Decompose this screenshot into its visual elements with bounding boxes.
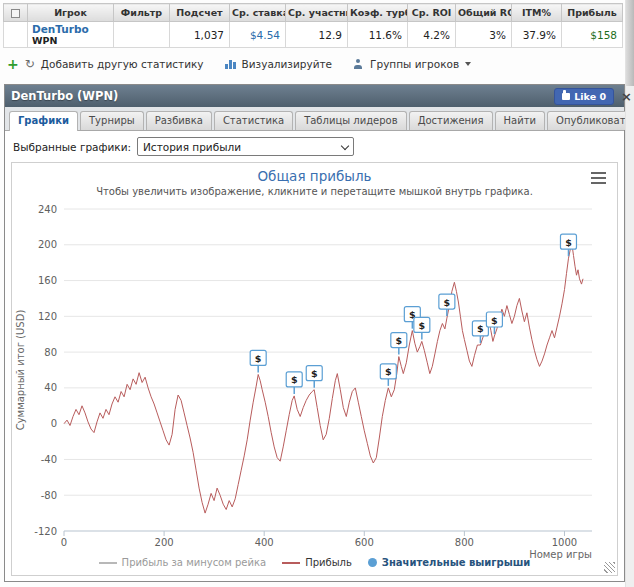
- x-tick-label: 1000: [552, 537, 577, 548]
- tab-2[interactable]: Разбивка: [146, 111, 212, 130]
- profit-cell: $158: [562, 22, 623, 48]
- column-header[interactable]: Подсчет: [170, 4, 230, 22]
- profit-chart[interactable]: -120-80-40040801201602002400200400600800…: [12, 199, 616, 561]
- chart-container: Общая прибыль Чтобы увеличить изображени…: [11, 162, 618, 576]
- player-stats-row[interactable]: DenTurbo WPN 1,037 $4.54 12.9 11.6% 4.2%…: [4, 22, 623, 48]
- win-marker-label: $: [396, 335, 403, 346]
- x-tick-label: 600: [355, 537, 374, 548]
- caret-down-icon: [465, 62, 471, 66]
- red-line-swatch: [282, 562, 300, 564]
- selected-graphs-label: Выбранные графики:: [13, 141, 131, 153]
- win-marker-label: $: [385, 366, 392, 377]
- avg-stake-cell[interactable]: $4.54: [230, 22, 286, 48]
- plus-icon[interactable]: +: [7, 59, 19, 69]
- win-marker-label: $: [419, 320, 426, 331]
- chart-legend: Прибыль за минусом рейка Прибыль Значите…: [12, 557, 617, 568]
- tab-7[interactable]: Опубликовать: [547, 111, 634, 130]
- visualize-button[interactable]: Визуализируйте: [242, 58, 332, 70]
- tab-0[interactable]: Графики: [9, 111, 78, 131]
- win-marker-label: $: [565, 237, 572, 248]
- y-tick-label: -40: [41, 454, 57, 465]
- column-header[interactable]: Ср. ставка: [230, 4, 286, 22]
- win-marker-label: $: [444, 297, 451, 308]
- scrollbar-thumb[interactable]: [626, 0, 634, 86]
- column-header[interactable]: Ср. участник: [286, 4, 348, 22]
- legend-item-significant-wins[interactable]: Значительные выигрыши: [368, 557, 531, 568]
- y-tick-label: 240: [38, 204, 57, 215]
- thumb-icon: [562, 93, 570, 100]
- refresh-icon[interactable]: ↻: [25, 59, 35, 69]
- player-groups-button[interactable]: Группы игроков: [370, 58, 459, 70]
- player-stats-table: ИгрокФильтрПодсчетСр. ставкаСр. участник…: [3, 3, 623, 48]
- column-header[interactable]: Общий ROI: [456, 4, 512, 22]
- select-all-icon: [11, 9, 20, 18]
- y-tick-label: 120: [38, 311, 57, 322]
- legend-label: Прибыль за минусом рейка: [122, 557, 267, 568]
- y-tick-label: 160: [38, 275, 57, 286]
- y-tick-label: -120: [34, 526, 57, 537]
- legend-label: Значительные выигрыши: [382, 557, 531, 568]
- legend-item-profit-minus-rake[interactable]: Прибыль за минусом рейка: [99, 557, 267, 568]
- blue-dot-swatch: [368, 558, 377, 567]
- filter-cell: [114, 22, 170, 48]
- graph-select[interactable]: История прибыли: [137, 137, 354, 156]
- graph-select-row: Выбранные графики: История прибыли: [5, 131, 624, 160]
- chevron-down-icon: [341, 141, 349, 149]
- player-groups-icon: [353, 59, 364, 69]
- tab-6[interactable]: Найти: [495, 111, 545, 130]
- y-tick-label: 40: [44, 382, 57, 393]
- player-cell: DenTurbo WPN: [28, 22, 114, 48]
- win-marker-label: $: [491, 315, 498, 326]
- tab-1[interactable]: Турниры: [80, 111, 144, 130]
- x-axis-title: Номер игры: [529, 549, 592, 560]
- column-header[interactable]: Игрок: [28, 4, 114, 22]
- y-tick-label: 200: [38, 239, 57, 250]
- y-tick-label: 0: [51, 418, 57, 429]
- x-tick-label: 400: [255, 537, 274, 548]
- x-tick-label: 200: [155, 537, 174, 548]
- count-cell: 1,037: [170, 22, 230, 48]
- bar-chart-icon: [225, 59, 236, 69]
- stats-header-row: ИгрокФильтрПодсчетСр. ставкаСр. участник…: [4, 4, 623, 22]
- y-tick-label: 80: [44, 347, 57, 358]
- y-tick-label: -80: [41, 490, 57, 501]
- column-header[interactable]: Коэф. турбо: [348, 4, 408, 22]
- add-statistic-button[interactable]: Добавить другую статистику: [41, 58, 204, 70]
- player-panel: DenTurbo (WPN) Like 0 ГрафикиТурнирыРазб…: [4, 84, 625, 582]
- column-header[interactable]: Ср. ROI: [408, 4, 456, 22]
- column-header[interactable]: Прибыль: [562, 4, 623, 22]
- total-roi-cell: 3%: [456, 22, 512, 48]
- chart-title: Общая прибыль: [12, 168, 617, 184]
- itm-cell: 37.9%: [512, 22, 562, 48]
- player-network: WPN: [32, 35, 109, 46]
- resize-grip[interactable]: [604, 562, 615, 573]
- gray-line-swatch: [99, 562, 117, 564]
- turbo-ratio-cell: 11.6%: [348, 22, 408, 48]
- tab-3[interactable]: Статистика: [214, 111, 293, 130]
- panel-header: DenTurbo (WPN) Like 0: [5, 85, 624, 107]
- row-select-cell: [4, 22, 28, 48]
- column-header[interactable]: Фильтр: [114, 4, 170, 22]
- chart-subtitle: Чтобы увеличить изображение, кликните и …: [12, 186, 617, 197]
- panel-title: DenTurbo (WPN): [11, 89, 118, 103]
- win-marker-label: $: [311, 368, 318, 379]
- tab-bar: ГрафикиТурнирыРазбивкаСтатистикаТаблицы …: [5, 107, 624, 131]
- hamburger-menu-icon[interactable]: [591, 172, 606, 184]
- player-link[interactable]: DenTurbo: [32, 23, 109, 35]
- legend-label: Прибыль: [305, 557, 352, 568]
- legend-item-profit[interactable]: Прибыль: [282, 557, 352, 568]
- y-axis-title: Суммарный итог (USD): [15, 310, 26, 431]
- win-marker-label: $: [291, 374, 298, 385]
- avg-entrants-cell: 12.9: [286, 22, 348, 48]
- tab-4[interactable]: Таблицы лидеров: [295, 111, 407, 130]
- win-marker-label: $: [255, 353, 262, 364]
- close-icon[interactable]: ×: [621, 90, 632, 103]
- avg-roi-cell: 4.2%: [408, 22, 456, 48]
- tab-5[interactable]: Достижения: [409, 111, 493, 130]
- column-header[interactable]: ITM%: [512, 4, 562, 22]
- like-button[interactable]: Like 0: [554, 88, 614, 105]
- graph-select-value: История прибыли: [143, 141, 241, 153]
- profit-line: [64, 245, 583, 513]
- select-all-header[interactable]: [4, 4, 28, 22]
- toolbar: + ↻ Добавить другую статистику Визуализи…: [7, 54, 634, 74]
